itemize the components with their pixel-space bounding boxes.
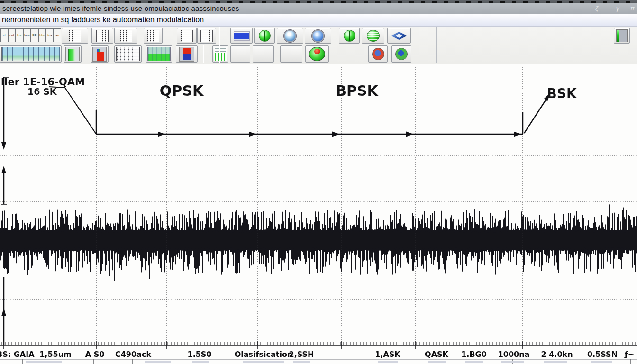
green-panel-button[interactable] bbox=[64, 46, 82, 63]
blue-bars-icon bbox=[234, 31, 250, 41]
red-blocks-button[interactable] bbox=[91, 46, 109, 63]
list-button[interactable] bbox=[177, 28, 197, 44]
axis-label: 1000na bbox=[498, 350, 530, 359]
menubar[interactable]: nenronenieten ın sq fadduers ke autoomat… bbox=[0, 14, 637, 27]
globe-blue-icon bbox=[312, 30, 324, 42]
tab-BB[interactable]: BB bbox=[31, 28, 38, 42]
axis-label: 2 4.0kn bbox=[541, 350, 573, 359]
tab-an[interactable]: an bbox=[54, 28, 61, 42]
globe-light-icon bbox=[284, 30, 296, 42]
modulation-label: BSK bbox=[546, 86, 576, 101]
toolbar: ctcntknrknaBBbhstsaan bbox=[0, 27, 637, 64]
list-icon bbox=[147, 30, 159, 42]
tab-tsa[interactable]: tsa bbox=[46, 28, 54, 42]
blue-triangle-button[interactable] bbox=[280, 46, 302, 63]
top-edge-strip bbox=[0, 0, 637, 3]
list-icon bbox=[69, 30, 81, 42]
blue-diamond-icon bbox=[391, 32, 407, 40]
window-control-icon[interactable]: π bbox=[630, 5, 635, 12]
tab-bhs[interactable]: bhs bbox=[38, 28, 46, 42]
axis-label: A S0 bbox=[85, 350, 105, 359]
spectrogram-button[interactable] bbox=[0, 46, 62, 63]
green-striped-sphere-icon bbox=[367, 30, 380, 42]
list-icon bbox=[120, 30, 132, 42]
green-triangle-icon bbox=[257, 49, 270, 59]
green-ring-button[interactable] bbox=[391, 46, 411, 63]
toolbar-divider bbox=[219, 27, 219, 63]
axis-label: 1.BG0 bbox=[461, 350, 487, 359]
axis-label: 2,SSH bbox=[289, 350, 314, 359]
list-button[interactable] bbox=[91, 28, 113, 44]
green-striped-sphere-button[interactable] bbox=[362, 28, 384, 44]
list-button[interactable] bbox=[114, 28, 137, 44]
green-panel-icon bbox=[65, 47, 80, 61]
green-red-sphere-icon bbox=[309, 47, 325, 61]
mini-bars-button[interactable] bbox=[212, 46, 228, 63]
list-icon bbox=[200, 30, 213, 42]
axis-label: 1,ASK bbox=[375, 350, 400, 359]
green-map-thumbnail bbox=[147, 47, 171, 61]
blue-triangle-icon bbox=[285, 49, 298, 59]
list-button[interactable] bbox=[62, 28, 88, 44]
text-columns-button[interactable] bbox=[114, 46, 142, 63]
green-sphere-icon bbox=[259, 30, 271, 42]
waveform-canvas bbox=[0, 191, 637, 291]
tab-kna[interactable]: kna bbox=[23, 28, 31, 42]
axis-label: C490ack bbox=[115, 350, 151, 359]
red-triangle-button[interactable] bbox=[230, 46, 250, 63]
axis-label: ƒ~ bbox=[625, 350, 634, 359]
list-icon bbox=[181, 30, 193, 42]
globe-light-button[interactable] bbox=[277, 28, 303, 44]
red-blue-panel-icon bbox=[179, 47, 194, 62]
tab-ct[interactable]: ct bbox=[0, 28, 8, 42]
tab-knr[interactable]: knr bbox=[16, 28, 23, 42]
axis-label: 1,55um bbox=[39, 350, 72, 359]
modulation-label: QPSK bbox=[160, 82, 203, 99]
globe-blue-button[interactable] bbox=[305, 28, 331, 44]
red-triangle-icon bbox=[234, 49, 246, 59]
window-control-icon[interactable]: γ bbox=[616, 5, 619, 12]
modulation-label: 16 SK bbox=[27, 86, 56, 97]
axis-label: 0.5SSN bbox=[587, 350, 618, 359]
tab-cnt[interactable]: cnt bbox=[8, 28, 16, 42]
green-red-sphere-button[interactable] bbox=[305, 46, 329, 63]
red-blue-panel-button[interactable] bbox=[176, 46, 198, 63]
window-control-icon[interactable]: ζ bbox=[595, 5, 598, 12]
green-sphere2-button[interactable] bbox=[339, 28, 360, 44]
toolbar-divider bbox=[436, 27, 437, 63]
blue-diamond-button[interactable] bbox=[387, 28, 411, 44]
power-panel-button[interactable] bbox=[614, 28, 630, 44]
red-blocks-icon bbox=[92, 47, 107, 62]
list-icon bbox=[96, 30, 109, 42]
window-title: sereestelatiop wle imies ifemle sindess … bbox=[2, 4, 239, 12]
axis-label: 1.5S0 bbox=[188, 350, 212, 359]
axis-label: Olasifsication bbox=[235, 350, 293, 359]
text-columns-icon bbox=[116, 47, 140, 61]
green-sphere2-icon bbox=[344, 30, 355, 42]
toolbar-row-1: ctcntknrknaBBbhstsaan bbox=[0, 27, 637, 44]
blue-bars-button[interactable] bbox=[230, 28, 253, 44]
app-window: { "window": { "title": "sereestelatiop w… bbox=[0, 0, 637, 364]
red-ring-button[interactable] bbox=[368, 46, 388, 63]
spectrogram-thumbnail bbox=[1, 47, 60, 61]
list-button[interactable] bbox=[144, 28, 163, 44]
mini-bars-icon bbox=[214, 47, 227, 61]
list-button[interactable] bbox=[197, 28, 216, 44]
green-triangle-button[interactable] bbox=[253, 46, 274, 63]
toolbar-row-2 bbox=[0, 45, 637, 63]
modulation-label: BPSK bbox=[336, 82, 378, 99]
power-panel-icon bbox=[616, 29, 628, 42]
red-ring-icon bbox=[372, 48, 384, 60]
titlebar: sereestelatiop wle imies ifemle sindess … bbox=[0, 3, 637, 14]
menu-text[interactable]: nenronenieten ın sq fadduers ke autoomat… bbox=[2, 16, 204, 24]
axis-label: ıBS: GAIA bbox=[0, 350, 35, 359]
green-map-button[interactable] bbox=[146, 46, 172, 63]
toolbar-divider bbox=[203, 46, 203, 63]
green-sphere-button[interactable] bbox=[254, 28, 275, 44]
axis-label: QASK bbox=[425, 350, 448, 359]
green-ring-icon bbox=[395, 48, 408, 60]
